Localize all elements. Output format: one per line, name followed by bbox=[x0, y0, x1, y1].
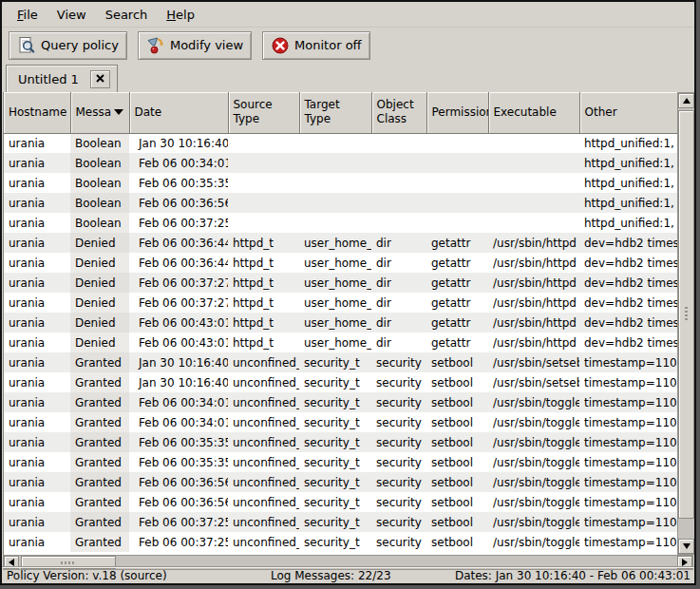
cell-target-type: user_home_ bbox=[299, 313, 371, 332]
column-header-object-class[interactable]: Object Class bbox=[371, 92, 426, 133]
cell-source-type: unconfined_ bbox=[228, 352, 299, 372]
table-row[interactable]: urania Granted Feb 06 00:35:35 unconfine… bbox=[4, 432, 677, 452]
table-row[interactable]: urania Denied Feb 06 00:36:44 httpd_t us… bbox=[4, 233, 677, 253]
table-row[interactable]: urania Boolean Feb 06 00:35:35 httpd_uni… bbox=[4, 173, 677, 193]
tab-untitled-1[interactable]: Untitled 1 bbox=[6, 65, 118, 92]
cell-executable bbox=[488, 153, 579, 173]
monitor-off-label: Monitor off bbox=[294, 38, 361, 52]
menu-search[interactable]: Search bbox=[96, 4, 158, 26]
cell-message: Granted bbox=[70, 372, 129, 392]
table-row[interactable]: urania Granted Feb 06 00:34:01 unconfine… bbox=[4, 412, 677, 432]
cell-source-type bbox=[228, 133, 299, 153]
cell-object-class: dir bbox=[371, 313, 426, 332]
column-header-hostname[interactable]: Hostname bbox=[4, 92, 70, 133]
cell-permission: getattr bbox=[426, 253, 488, 273]
cell-date: Feb 06 00:34:01 bbox=[129, 153, 228, 173]
cell-date: Feb 06 00:35:35 bbox=[129, 432, 228, 452]
vertical-scrollbar[interactable] bbox=[677, 92, 695, 555]
cell-executable bbox=[488, 173, 579, 193]
log-table-body: urania Boolean Jan 30 10:16:40 httpd_uni… bbox=[4, 133, 677, 552]
column-header-other[interactable]: Other bbox=[579, 92, 677, 133]
cell-date: Feb 06 00:43:01 bbox=[129, 313, 228, 332]
table-row[interactable]: urania Denied Feb 06 00:37:27 httpd_t us… bbox=[4, 273, 677, 293]
menu-view[interactable]: View bbox=[47, 4, 96, 26]
cell-date: Feb 06 00:37:27 bbox=[129, 293, 228, 313]
cell-executable: /usr/sbin/toggle bbox=[488, 472, 579, 492]
column-header-source-type[interactable]: Source Type bbox=[228, 92, 299, 133]
cell-object-class: dir bbox=[371, 253, 426, 273]
table-row[interactable]: urania Boolean Feb 06 00:36:56 httpd_uni… bbox=[4, 193, 677, 213]
table-row[interactable]: urania Granted Jan 30 10:16:40 unconfine… bbox=[4, 352, 677, 372]
menu-file[interactable]: File bbox=[8, 4, 47, 26]
cell-hostname: urania bbox=[4, 273, 70, 293]
column-label: Source Type bbox=[234, 98, 273, 125]
cell-target-type: security_t bbox=[299, 492, 371, 512]
cell-message: Denied bbox=[70, 253, 129, 273]
cell-object-class: dir bbox=[371, 233, 426, 253]
cell-hostname: urania bbox=[4, 372, 70, 392]
cell-hostname: urania bbox=[4, 253, 70, 273]
cell-message: Granted bbox=[70, 532, 129, 552]
cell-message: Granted bbox=[70, 392, 129, 412]
table-row[interactable]: urania Denied Feb 06 00:37:27 httpd_t us… bbox=[4, 293, 677, 313]
vertical-scrollbar-thumb[interactable] bbox=[678, 110, 694, 519]
cell-permission bbox=[426, 213, 488, 233]
cell-permission: setbool bbox=[426, 352, 488, 372]
table-row[interactable]: urania Denied Feb 06 00:43:01 httpd_t us… bbox=[4, 332, 677, 352]
thumb-grip bbox=[61, 561, 76, 564]
column-label: Object Class bbox=[377, 98, 414, 125]
cell-date: Feb 06 00:36:44 bbox=[129, 253, 228, 273]
modify-view-icon bbox=[146, 36, 165, 55]
query-policy-icon bbox=[17, 36, 36, 55]
table-row[interactable]: urania Boolean Feb 06 00:34:01 httpd_uni… bbox=[4, 153, 677, 173]
column-label: Target Type bbox=[305, 98, 340, 125]
table-row[interactable]: urania Boolean Jan 30 10:16:40 httpd_uni… bbox=[4, 133, 677, 153]
table-row[interactable]: urania Granted Feb 06 00:36:56 unconfine… bbox=[4, 472, 677, 492]
table-row[interactable]: urania Granted Feb 06 00:35:35 unconfine… bbox=[4, 452, 677, 472]
table-row[interactable]: urania Granted Feb 06 00:37:25 unconfine… bbox=[4, 532, 677, 552]
column-header-message[interactable]: Messa bbox=[70, 92, 129, 133]
cell-source-type: unconfined_ bbox=[228, 492, 299, 512]
cell-hostname: urania bbox=[4, 512, 70, 532]
sort-descending-icon bbox=[114, 109, 123, 115]
cell-executable: /usr/sbin/toggle bbox=[488, 512, 579, 532]
cell-executable: /usr/sbin/httpd bbox=[488, 313, 579, 332]
cell-target-type bbox=[299, 133, 371, 153]
cell-executable: /usr/sbin/toggle bbox=[488, 532, 579, 552]
cell-object-class bbox=[371, 133, 426, 153]
column-header-target-type[interactable]: Target Type bbox=[299, 92, 371, 133]
cell-hostname: urania bbox=[4, 213, 70, 233]
tab-label: Untitled 1 bbox=[18, 72, 79, 86]
cell-message: Denied bbox=[70, 293, 129, 313]
cell-permission: setbool bbox=[426, 532, 488, 552]
cell-message: Granted bbox=[70, 432, 129, 452]
column-header-executable[interactable]: Executable bbox=[488, 92, 579, 133]
cell-object-class: security bbox=[371, 452, 426, 472]
cell-message: Granted bbox=[70, 492, 129, 512]
table-row[interactable]: urania Granted Jan 30 10:16:40 unconfine… bbox=[4, 372, 677, 392]
scroll-up-button[interactable] bbox=[678, 93, 694, 108]
modify-view-button[interactable]: Modify view bbox=[138, 31, 252, 60]
cell-date: Feb 06 00:36:56 bbox=[129, 472, 228, 492]
table-row[interactable]: urania Granted Feb 06 00:36:56 unconfine… bbox=[4, 492, 677, 512]
cell-permission bbox=[426, 173, 488, 193]
menu-help[interactable]: Help bbox=[157, 4, 204, 26]
cell-source-type: unconfined_ bbox=[228, 452, 299, 472]
column-header-permission[interactable]: Permission bbox=[426, 92, 488, 133]
cell-message: Denied bbox=[70, 273, 129, 293]
table-row[interactable]: urania Boolean Feb 06 00:37:25 httpd_uni… bbox=[4, 213, 677, 233]
scroll-down-button[interactable] bbox=[678, 539, 694, 554]
query-policy-button[interactable]: Query policy bbox=[9, 31, 127, 60]
table-row[interactable]: urania Denied Feb 06 00:43:01 httpd_t us… bbox=[4, 313, 677, 332]
table-row[interactable]: urania Granted Feb 06 00:34:01 unconfine… bbox=[4, 392, 677, 412]
tab-close-button[interactable] bbox=[90, 70, 110, 88]
cell-executable: /usr/sbin/httpd bbox=[488, 293, 579, 313]
cell-permission bbox=[426, 133, 488, 153]
table-row[interactable]: urania Granted Feb 06 00:37:25 unconfine… bbox=[4, 512, 677, 532]
cell-date: Feb 06 00:36:44 bbox=[129, 233, 228, 253]
table-row[interactable]: urania Denied Feb 06 00:36:44 httpd_t us… bbox=[4, 253, 677, 273]
cell-other: dev=hdb2 timesta bbox=[579, 273, 677, 293]
column-header-date[interactable]: Date bbox=[129, 92, 228, 133]
monitor-off-button[interactable]: Monitor off bbox=[262, 31, 369, 60]
cell-permission: setbool bbox=[426, 452, 488, 472]
